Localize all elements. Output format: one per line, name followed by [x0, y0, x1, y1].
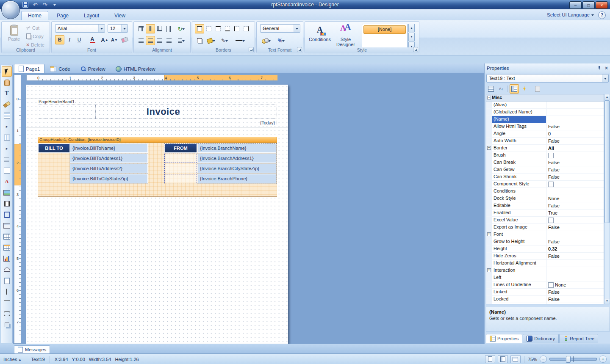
border-left-button[interactable] — [232, 24, 241, 33]
property-row-left[interactable]: Left — [486, 274, 604, 281]
more-2-tool[interactable]: ▸ — [2, 143, 12, 154]
property-row-can-shrink[interactable]: Can ShrinkFalse — [486, 174, 604, 181]
align-top-button[interactable] — [136, 24, 146, 33]
property-value[interactable]: False — [546, 202, 604, 209]
property-row-hide-zeros[interactable]: Hide ZerosFalse — [486, 253, 604, 260]
bill-to-cell-3[interactable]: {Invoice.BillToCityStateZip} — [70, 174, 148, 183]
text-edit-tool[interactable]: T — [2, 88, 12, 99]
close-panel-icon[interactable]: × — [605, 66, 608, 70]
property-row-locked[interactable]: LockedFalse — [486, 296, 604, 303]
rounded-rectangle-tool[interactable] — [2, 309, 12, 319]
events-view-button[interactable] — [520, 84, 529, 94]
rich-text-tool[interactable]: A — [2, 176, 12, 187]
empty-text-cell[interactable] — [231, 105, 277, 119]
text-format-dialog-launcher[interactable] — [297, 47, 302, 52]
property-value[interactable] — [546, 274, 604, 281]
view-page-width-button[interactable] — [510, 355, 521, 363]
panel-tab-report-tree[interactable]: Report Tree — [559, 334, 598, 343]
gallery-up-button[interactable]: ▲ — [408, 24, 415, 32]
group-header-band-bar[interactable]: GroupHeader1; Condition: {Invoice.Invoic… — [38, 137, 277, 143]
property-row-angle[interactable]: Angle0 — [486, 130, 604, 138]
empty-from-cell-2[interactable] — [164, 164, 197, 173]
property-value[interactable]: None — [546, 281, 604, 288]
messages-tab[interactable]: Messages — [14, 345, 50, 354]
panel-tab-properties[interactable]: Properties — [486, 334, 522, 343]
scroll-down-button[interactable]: ▼ — [604, 298, 610, 304]
ribbon-tab-view[interactable]: View — [108, 11, 132, 21]
border-style-button[interactable] — [233, 36, 247, 45]
value-swatch[interactable] — [548, 282, 554, 288]
invoice-title-text[interactable]: Invoice — [96, 105, 231, 119]
scrollbar-thumb[interactable] — [604, 100, 610, 223]
horizontal-ruler[interactable]: 01234567 — [26, 74, 278, 81]
from-cell-3[interactable]: {Invoice.BranchPhone} — [197, 174, 276, 183]
property-row-font[interactable]: +Font — [486, 231, 604, 238]
header-text-row[interactable]: Invoice — [38, 105, 277, 119]
expand-icon[interactable]: + — [487, 268, 491, 272]
from-cell-0[interactable]: {Invoice.BranchName} — [197, 143, 276, 153]
property-row-excel-value[interactable]: Excel Value — [486, 217, 604, 224]
property-row-globalized-name[interactable]: (Globalized Name) — [486, 109, 604, 116]
combo-arrow[interactable] — [121, 25, 128, 32]
ribbon-tab-layout[interactable]: Layout — [77, 11, 106, 21]
component-selector-combo[interactable]: Text19 : Text — [486, 74, 609, 83]
property-value[interactable]: False — [546, 123, 604, 130]
property-value[interactable]: False — [546, 166, 604, 173]
value-swatch[interactable] — [548, 218, 554, 223]
ribbon-tab-home[interactable]: Home — [21, 11, 48, 21]
more-1-tool[interactable]: ▸ — [2, 121, 12, 132]
vertical-ruler[interactable]: 01234567 — [14, 74, 21, 344]
borders-dialog-launcher[interactable] — [249, 47, 254, 52]
gauge-tool[interactable] — [2, 265, 12, 275]
bill-to-cell-2[interactable]: {Invoice.BillToAddress2} — [70, 164, 148, 173]
property-value[interactable] — [546, 260, 604, 267]
align-justify-button[interactable] — [164, 36, 174, 45]
today-text[interactable]: {Today} — [38, 120, 277, 126]
zoom-in-button[interactable]: + — [599, 356, 607, 363]
shrink-font-button[interactable]: A▼ — [110, 35, 119, 44]
property-row-component-style[interactable]: Component Style — [486, 181, 604, 188]
properties-view-button[interactable] — [510, 84, 519, 94]
bar-code-tool[interactable] — [2, 199, 12, 209]
property-value[interactable]: All — [546, 145, 604, 152]
property-value[interactable]: False — [546, 138, 604, 144]
units-selector[interactable]: Inches ▲ — [3, 357, 21, 362]
text-tool[interactable] — [2, 154, 12, 165]
save-button[interactable] — [21, 1, 30, 8]
conditions-button[interactable]: A Conditions — [308, 23, 331, 49]
align-left-button[interactable] — [136, 36, 146, 45]
paste-button[interactable]: Paste — [4, 23, 24, 48]
scroll-up-button[interactable]: ▲ — [604, 94, 610, 100]
zoom-out-button[interactable]: − — [540, 356, 547, 363]
property-value[interactable] — [546, 267, 604, 274]
property-pages-button[interactable] — [533, 84, 542, 94]
gallery-down-button[interactable]: ▼ — [408, 33, 415, 41]
empty-from-cell-3[interactable] — [164, 174, 197, 183]
align-center-button[interactable] — [146, 36, 155, 45]
property-value[interactable]: False — [546, 159, 604, 166]
grow-font-button[interactable]: A▲ — [100, 35, 109, 44]
hand-tool[interactable] — [2, 77, 12, 88]
property-row-name[interactable]: (Name) — [486, 116, 604, 123]
border-bottom-button[interactable] — [223, 24, 232, 33]
panel-tab-dictionary[interactable]: Dictionary — [523, 334, 559, 343]
property-row-dock-style[interactable]: Dock StyleNone — [486, 195, 604, 202]
bold-button[interactable]: B — [55, 35, 64, 44]
property-value[interactable] — [546, 303, 604, 304]
property-row-allow-html-tags[interactable]: Allow Html TagsFalse — [486, 123, 604, 130]
property-value[interactable]: 0.32 — [546, 245, 604, 252]
property-row-linked[interactable]: LinkedFalse — [486, 289, 604, 296]
property-row-export-as-image[interactable]: Export as ImageFalse — [486, 224, 604, 231]
fill-color-button[interactable] — [205, 36, 217, 45]
from-header-cell[interactable]: FROM — [164, 143, 197, 153]
border-right-button[interactable] — [241, 24, 251, 33]
cross-bands-tool[interactable] — [2, 132, 12, 143]
property-row-can-break[interactable]: Can BreakFalse — [486, 159, 604, 166]
property-value[interactable]: None — [546, 195, 604, 202]
doc-tab-code[interactable]: Code — [45, 64, 75, 73]
page-header-band-label[interactable]: PageHeaderBand1 — [39, 99, 75, 104]
minimize-button[interactable]: – — [569, 1, 582, 9]
property-value[interactable] — [546, 188, 604, 195]
italic-button[interactable]: I — [65, 35, 74, 44]
align-bottom-button[interactable] — [155, 24, 164, 33]
